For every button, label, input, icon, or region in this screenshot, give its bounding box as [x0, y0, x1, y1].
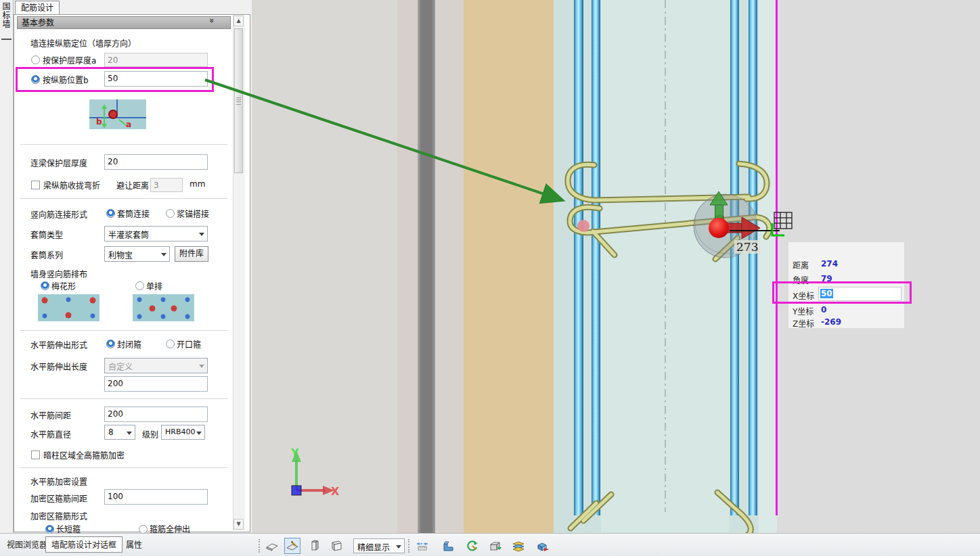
beam-cover-input[interactable]: 20 [104, 154, 208, 170]
measure-icon[interactable] [414, 538, 430, 554]
radio-open-stirrup-label[interactable]: 开口箍 [177, 338, 201, 350]
out-length-custom-input[interactable]: 200 [104, 376, 208, 392]
avoid-distance-input[interactable]: 3 [150, 178, 183, 192]
rotate-edit-icon[interactable] [464, 538, 481, 554]
divider [20, 144, 227, 145]
slab-edit-icon[interactable] [284, 538, 300, 554]
divider [20, 467, 227, 468]
wall-layer-band [397, 0, 418, 533]
section-header-basic-params[interactable]: 基本参数 [17, 16, 231, 29]
sleeve-series-label: 套筒系列 [30, 249, 63, 260]
divider [20, 330, 227, 331]
tab-properties[interactable]: 属性 [120, 537, 148, 553]
radio-open-stirrup[interactable] [166, 340, 175, 348]
grade-select[interactable]: HRB400 [161, 425, 205, 440]
coord-row-distance: 距离 274 [788, 257, 904, 271]
out-length-select[interactable]: 自定义 [104, 358, 208, 373]
radio-closed-stirrup-label[interactable]: 封闭箍 [117, 338, 141, 350]
scrollbar-grip [236, 97, 241, 105]
radio-single-row-label[interactable]: 单排 [146, 280, 162, 292]
chevron-down-icon [127, 432, 132, 435]
sleeve-series-select[interactable]: 利物宝 [104, 246, 170, 262]
radio-grout-anchor[interactable] [166, 209, 175, 218]
wall-strip [729, 0, 759, 533]
diagram-label-b: b [96, 117, 102, 126]
bend-fold-label[interactable]: 梁纵筋收拢弯折 [43, 179, 100, 191]
densify-spacing-input[interactable]: 100 [104, 489, 208, 505]
horizontal-spacing-label: 水平筋间距 [30, 409, 71, 421]
avoid-distance-label: 避让距离 [116, 179, 149, 191]
sleeve-type-label: 套筒类型 [30, 229, 63, 240]
divider [20, 398, 227, 399]
densify-form-label: 加密区箍筋形式 [30, 510, 87, 522]
chevron-down-icon [161, 253, 166, 256]
cover-thickness-input[interactable]: 20 [104, 53, 208, 67]
radio-single-row[interactable] [135, 281, 144, 290]
densify-spacing-label: 加密区箍筋间距 [30, 492, 87, 504]
diameter-select[interactable]: 8 [104, 425, 135, 440]
scroll-down-button[interactable]: ▼ [233, 519, 244, 530]
3d-viewport[interactable]: Y X 273 距离 274 角度 79 X坐标 50 [252, 0, 980, 533]
anchor-group-label: 墙连接纵筋定位（墙厚方向） [30, 37, 136, 49]
radio-by-cover-label[interactable]: 按保护层厚度a [43, 54, 96, 66]
single-row-diagram [129, 292, 198, 324]
radio-sleeve-connection[interactable] [106, 209, 115, 218]
radio-sleeve-connection-label[interactable]: 套筒连接 [117, 208, 150, 219]
column-densify-checkbox[interactable] [31, 450, 40, 459]
chevron-down-icon [199, 365, 204, 368]
horizontal-spacing-input[interactable]: 200 [104, 407, 208, 422]
horizontal-out-form-label: 水平筋伸出形式 [30, 339, 87, 350]
layers-icon[interactable] [510, 538, 527, 554]
corner-section-icon[interactable] [440, 538, 456, 554]
plum-pattern-diagram [34, 292, 104, 324]
wall-tan-layer [464, 0, 555, 533]
horizontal-diameter-label: 水平筋直径 [30, 428, 71, 440]
scroll-up-button[interactable]: ▲ [233, 16, 244, 26]
radio-closed-stirrup[interactable] [106, 340, 115, 348]
bend-fold-checkbox[interactable] [31, 181, 40, 189]
vertical-layout-label: 墙身竖向筋排布 [30, 268, 87, 279]
wall-corner-diagram: b a [47, 95, 188, 136]
wall-dark-layer [418, 0, 435, 533]
reference-line-magenta [776, 0, 778, 515]
grade-label: 级别 [142, 428, 158, 440]
divider [20, 198, 227, 199]
wall-strip [574, 0, 601, 533]
collapse-chevron-icon[interactable]: » [207, 18, 217, 24]
toolbar-grip [408, 539, 411, 553]
radio-grout-anchor-label[interactable]: 浆锚搭接 [177, 208, 209, 219]
chevron-down-icon [196, 432, 202, 435]
avoid-unit-label: mm [190, 179, 205, 189]
chevron-down-icon [199, 233, 204, 236]
densify-settings-title: 水平筋加密设置 [30, 476, 87, 487]
coord-row-z: Z坐标 -269 [788, 315, 904, 329]
export-box-icon[interactable] [487, 538, 504, 554]
slab-icon[interactable] [264, 538, 280, 554]
toolbar-grip [259, 539, 262, 553]
highlight-box-x-coordinate [772, 281, 912, 304]
wall-strip [554, 0, 574, 533]
viewport-bg-left [252, 0, 397, 533]
beam-cover-label: 连梁保护层厚度 [30, 157, 87, 168]
highlight-box-bar-position [16, 67, 214, 92]
component-export-icon[interactable] [535, 538, 551, 554]
horizontal-out-length-label: 水平筋伸出长度 [30, 361, 87, 372]
column-icon[interactable] [306, 538, 322, 554]
display-mode-select[interactable]: 精细显示 [353, 538, 405, 553]
radio-plum-pattern[interactable] [41, 281, 49, 290]
wall-corner-diagram-image: b a [47, 95, 188, 136]
radio-plum-pattern-label[interactable]: 梅花形 [51, 280, 76, 292]
radio-by-cover-thickness[interactable] [31, 55, 40, 64]
app-window: Y X 273 距离 274 角度 79 X坐标 50 [0, 0, 980, 556]
attachment-library-button[interactable]: 附件库 [175, 246, 208, 262]
wall-panel-icon[interactable] [328, 538, 344, 554]
column-densify-label[interactable]: 暗柱区域全高箍筋加密 [43, 449, 125, 461]
left-dock-rail: 国标墙 [0, 0, 14, 533]
tab-reinforcement-design[interactable]: 配筋设计 [15, 1, 60, 16]
docked-tab-guobiao-wall[interactable]: 国标墙 [1, 2, 12, 40]
sleeve-type-select[interactable]: 半灌浆套筒 [104, 226, 208, 241]
dimension-label: 273 [734, 240, 760, 254]
tab-wall-reinforcement-dialog[interactable]: 墙配筋设计对话框 [45, 536, 122, 553]
vertical-connection-label: 竖向筋连接形式 [30, 208, 87, 220]
diagram-label-a: a [126, 120, 131, 129]
